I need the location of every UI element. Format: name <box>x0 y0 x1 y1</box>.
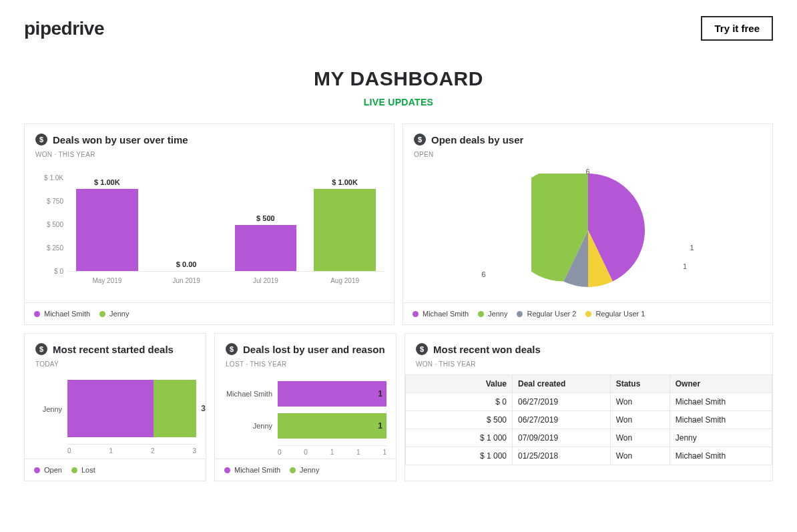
col-value: Value <box>406 375 513 393</box>
cell-created: 06/27/2019 <box>513 411 611 429</box>
legend-item: Michael Smith <box>413 310 469 318</box>
cell-created: 07/09/2019 <box>513 429 611 447</box>
x-tick: 3 <box>192 445 196 455</box>
live-updates-label: LIVE UPDATES <box>0 97 797 107</box>
dollar-icon: $ <box>226 343 238 355</box>
try-free-button[interactable]: Try it free <box>701 16 773 41</box>
legend-item: Michael Smith <box>224 466 280 474</box>
bar-value-label: $ 1.00K <box>332 178 358 186</box>
legend-item: Jenny <box>99 310 129 318</box>
cell-owner: Michael Smith <box>670 447 772 465</box>
panel-title: Most recent started deals <box>53 344 174 355</box>
cell-status: Won <box>610 429 670 447</box>
table-row: $ 1 000 01/25/2018 Won Michael Smith <box>406 447 772 465</box>
table-header-row: Value Deal created Status Owner <box>406 375 772 393</box>
page-title: MY DASHBOARD <box>0 67 797 90</box>
cell-value: $ 1 000 <box>406 429 513 447</box>
x-tick: 2 <box>151 445 192 455</box>
lost-category: Michael Smith <box>224 390 278 398</box>
panel-title: Deals lost by user and reason <box>243 344 385 355</box>
panel-subtitle: LOST · THIS YEAR <box>226 360 385 368</box>
panel-title: Deals won by user over time <box>53 134 188 146</box>
table-row: $ 0 06/27/2019 Won Michael Smith <box>406 393 772 411</box>
panel-deals-won-over-time: $ Deals won by user over time WON · THIS… <box>24 123 394 325</box>
cell-status: Won <box>610 393 670 411</box>
lost-bar: 1 <box>278 413 386 439</box>
lost-bar: 1 <box>278 381 386 407</box>
hbar-segment-lost <box>154 380 196 437</box>
table-row: $ 500 06/27/2019 Won Michael Smith <box>406 411 772 429</box>
panel-subtitle: WON · THIS YEAR <box>416 360 762 368</box>
hbar-total-label: 3 <box>201 404 206 413</box>
col-owner: Owner <box>670 375 772 393</box>
lost-bar-value: 1 <box>378 421 382 431</box>
cell-owner: Michael Smith <box>670 393 772 411</box>
dollar-icon: $ <box>35 134 47 146</box>
x-tick: 0 <box>304 446 330 456</box>
legend-item: Regular User 2 <box>517 310 576 318</box>
lost-category: Jenny <box>224 422 278 430</box>
legend-item: Michael Smith <box>34 310 90 318</box>
legend-item: Jenny <box>290 466 319 474</box>
x-tick: Aug 2019 <box>305 272 384 284</box>
cell-value: $ 1 000 <box>406 447 513 465</box>
dollar-icon: $ <box>416 343 428 355</box>
panel-most-recent-won-deals: $ Most recent won deals WON · THIS YEAR … <box>405 333 773 481</box>
x-tick: 1 <box>330 446 356 456</box>
x-tick: Jul 2019 <box>226 272 306 284</box>
bar-value-label: $ 1.00K <box>94 178 120 186</box>
bar-value-label: $ 0.00 <box>176 260 197 268</box>
panel-most-recent-started-deals: $ Most recent started deals TODAY Jenny … <box>24 333 206 481</box>
pie-slice-label: 1 <box>623 262 687 270</box>
legend-item: Open <box>34 466 62 474</box>
bar <box>235 225 297 272</box>
legend-item: Jenny <box>478 310 507 318</box>
bar-value-label: $ 500 <box>256 214 275 222</box>
legend-item: Lost <box>71 466 95 474</box>
bar-chart-deals-won: $ 1.0K $ 750 $ 500 $ 250 $ 0 $ 1.00K $ 0… <box>34 178 384 298</box>
panel-title: Most recent won deals <box>433 344 541 355</box>
cell-created: 06/27/2019 <box>513 393 611 411</box>
cell-owner: Jenny <box>670 429 772 447</box>
col-status: Status <box>610 375 670 393</box>
x-tick: 1 <box>356 446 382 456</box>
cell-value: $ 500 <box>406 411 513 429</box>
pie-slice-label: 6 <box>585 168 589 176</box>
pie-chart-open-deals: 6 1 1 6 <box>413 165 763 298</box>
table-row: $ 1 000 07/09/2019 Won Jenny <box>406 429 772 447</box>
legend-item: Regular User 1 <box>585 310 645 318</box>
col-deal-created: Deal created <box>513 375 611 393</box>
pie-slice-label: 1 <box>630 244 694 252</box>
cell-created: 01/25/2018 <box>513 447 611 465</box>
x-tick: Jun 2019 <box>147 272 226 284</box>
logo: pipedrive <box>24 18 104 39</box>
x-tick: May 2019 <box>67 272 147 284</box>
x-tick: 1 <box>382 446 386 456</box>
panel-open-deals-by-user: $ Open deals by user OPEN <box>403 123 773 325</box>
panel-deals-lost-by-user-reason: $ Deals lost by user and reason LOST · T… <box>214 333 396 481</box>
cell-status: Won <box>610 411 670 429</box>
bar <box>76 189 138 271</box>
cell-owner: Michael Smith <box>670 411 772 429</box>
hbar-category: Jenny <box>34 405 67 413</box>
panel-subtitle: TODAY <box>35 360 195 368</box>
panel-subtitle: WON · THIS YEAR <box>35 151 383 158</box>
x-tick: 1 <box>109 445 150 455</box>
x-tick: 0 <box>67 445 109 455</box>
hbar-segment-open <box>67 380 154 437</box>
dollar-icon: $ <box>414 134 426 146</box>
panel-subtitle: OPEN <box>414 151 762 158</box>
lost-bar-value: 1 <box>378 389 382 398</box>
bar <box>314 189 376 271</box>
dollar-icon: $ <box>35 343 47 355</box>
cell-value: $ 0 <box>406 393 513 411</box>
won-deals-table: Value Deal created Status Owner $ 0 06/2… <box>405 374 772 465</box>
x-tick: 0 <box>278 446 304 456</box>
panel-title: Open deals by user <box>431 134 523 146</box>
pie-slice-label: 6 <box>481 270 545 278</box>
cell-status: Won <box>610 447 670 465</box>
